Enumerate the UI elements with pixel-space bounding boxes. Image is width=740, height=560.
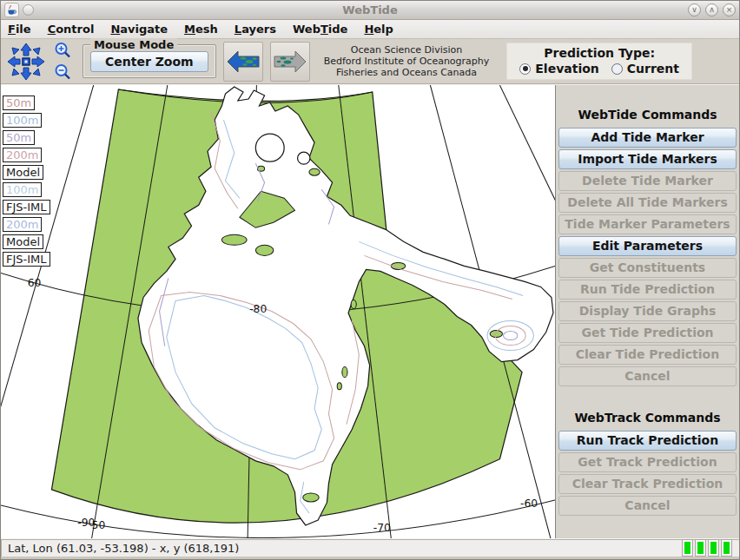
graticule-label: -80 [249,304,267,316]
chevron-up-icon: ∧ [709,5,715,14]
memory-indicator [721,539,732,557]
window-controls: ∨∧× [688,3,736,16]
status-indicators [682,539,732,557]
titlebar: WebTide ∨∧× [1,1,739,20]
organization-text-line: Ocean Science Division [324,44,490,56]
webtide-window: WebTide ∨∧× FileControlNavigateMeshLayer… [0,0,740,560]
map-canvas[interactable]: 60-80-9050-70-60 [1,85,555,538]
window-title: WebTide [1,3,739,16]
organization-text-line: Fisheries and Oceans Canada [324,67,490,78]
layer-button-200m-8[interactable]: 200m [3,217,42,232]
menu-item-mesh[interactable]: Mesh [184,23,218,36]
indicator-bar [710,542,717,554]
zoom-out-icon[interactable] [53,63,72,82]
radio-unselected-icon[interactable] [611,63,623,75]
edit-parameters-button[interactable]: Edit Parameters [558,236,737,256]
graticule-label: 50 [92,519,106,531]
run-track-prediction-button[interactable]: Run Track Prediction [558,431,737,451]
run-tide-prediction-button: Run Tide Prediction [558,280,737,300]
content: 60-80-9050-70-60 50m100m50m200mModel100m… [1,84,739,538]
pan-compass-icon[interactable] [6,42,46,82]
chevron-down-icon: ∨ [691,5,697,14]
layer-button-fjs-iml-7[interactable]: FJS-IML [3,200,50,214]
section-title-webtrack-commands: WebTrack Commands [558,411,737,425]
prediction-type-options: ElevationCurrent [519,62,679,76]
organization-text-line: Bedford Institute of Oceanography [324,56,490,67]
indicator-bar [697,542,704,554]
layer-button-100m-2[interactable]: 100m [3,113,42,128]
forward-map-button[interactable] [270,42,310,82]
cancel-button: Cancel [558,496,737,516]
maximize-button[interactable]: ∧ [705,3,718,16]
get-track-prediction-button: Get Track Prediction [558,452,737,472]
radio-label: Current [627,62,679,76]
memory-indicator [682,539,693,557]
radio-option-current[interactable]: Current [611,62,679,76]
prediction-type-panel: Prediction Type: ElevationCurrent [506,43,692,80]
indicator-bar [684,542,690,554]
tide-marker-parameters-button: Tide Marker Parameters [558,214,737,234]
graticule-label: 60 [28,278,42,290]
memory-indicator [708,539,719,557]
indicator-bar [723,542,730,554]
back-map-button[interactable] [223,42,263,82]
cancel-button: Cancel [558,366,737,386]
menu-item-control[interactable]: Control [48,23,95,36]
radio-selected-icon[interactable] [519,63,531,75]
map-area: 60-80-9050-70-60 50m100m50m200mModel100m… [1,85,556,538]
layer-button-50m-1[interactable]: 50m [3,96,35,110]
radio-label: Elevation [535,62,599,76]
menubar: FileControlNavigateMeshLayersWebTideHelp [1,20,739,39]
zoom-controls [53,41,72,82]
commands-sidebar: WebTide CommandsAdd Tide MarkerImport Ti… [556,85,739,538]
layer-button-model-9[interactable]: Model [3,234,43,249]
sidebar-section-gap [558,388,737,411]
menu-item-webtide[interactable]: WebTide [293,23,347,36]
statusbar: Lat, Lon (61.03, -53.198) - x, y (618,19… [1,538,739,559]
get-tide-prediction-button: Get Tide Prediction [558,323,737,343]
close-button[interactable]: × [723,3,736,16]
shade-button[interactable]: ∨ [688,3,701,16]
layer-toggle-stack: 50m100m50m200mModel100mFJS-IML200mModelF… [3,96,50,267]
mouse-mode-group: Mouse Mode Center Zoom [83,44,216,78]
import-tide-markers-button[interactable]: Import Tide Markers [558,149,737,169]
cursor-position-readout: Lat, Lon (61.03, -53.198) - x, y (618,19… [8,542,239,555]
add-tide-marker-button[interactable]: Add Tide Marker [558,128,737,148]
layer-button-200m-4[interactable]: 200m [3,148,42,162]
radio-option-elevation[interactable]: Elevation [519,62,599,76]
organization-text: Ocean Science DivisionBedford Institute … [324,44,490,78]
mouse-mode-label: Mouse Mode [90,38,177,51]
section-title-webtide-commands: WebTide Commands [558,108,737,122]
center-zoom-button[interactable]: Center Zoom [90,51,208,72]
clear-tide-prediction-button: Clear Tide Prediction [558,345,737,365]
menu-item-file[interactable]: File [8,23,31,36]
layer-button-model-5[interactable]: Model [3,165,43,180]
close-icon: × [726,5,733,14]
toolbar: Mouse Mode Center Zoom [1,39,739,84]
menu-item-help[interactable]: Help [364,23,393,36]
zoom-in-icon[interactable] [53,41,72,60]
graticule-label: -60 [520,497,538,510]
delete-tide-marker-button: Delete Tide Marker [558,171,737,191]
get-constituents-button: Get Constituents [558,258,737,278]
clear-track-prediction-button: Clear Track Prediction [558,474,737,494]
prediction-type-label: Prediction Type: [519,46,679,60]
display-tide-graphs-button: Display Tide Graphs [558,301,737,321]
memory-indicator [695,539,706,557]
window-menu-button[interactable] [23,4,34,16]
java-app-icon [4,3,19,17]
layer-button-100m-6[interactable]: 100m [3,182,42,197]
layer-button-50m-3[interactable]: 50m [3,130,35,145]
menu-item-navigate[interactable]: Navigate [110,23,168,36]
graticule-label: -70 [373,522,391,534]
delete-all-tide-markers-button: Delete All Tide Markers [558,193,737,213]
menu-item-layers[interactable]: Layers [235,23,276,36]
layer-button-fjs-iml-10[interactable]: FJS-IML [3,252,50,267]
